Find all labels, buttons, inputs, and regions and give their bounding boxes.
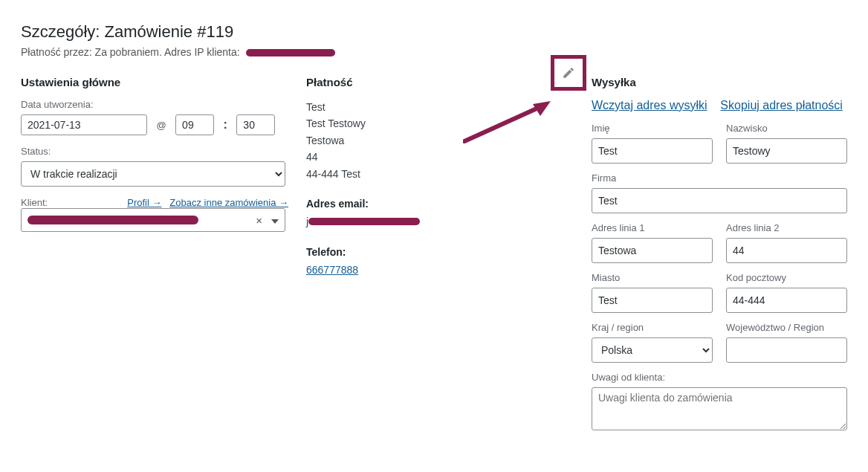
billing-line3: Testowa (306, 132, 574, 149)
postcode-input[interactable] (726, 288, 847, 313)
country-label: Kraj / region (592, 322, 713, 333)
at-symbol: @ (156, 120, 166, 131)
date-input[interactable] (21, 114, 147, 135)
redacted-email (308, 218, 420, 225)
redacted-ip (246, 49, 335, 56)
client-label: Klient: (21, 197, 48, 208)
billing-line4: 44 (306, 149, 574, 165)
payment-heading: Płatność (306, 76, 574, 88)
profile-link[interactable]: Profil → (127, 197, 161, 208)
addr2-label: Adres linia 2 (726, 222, 847, 233)
phone-label: Telefon: (306, 244, 574, 260)
notes-textarea[interactable] (592, 387, 847, 430)
minute-input[interactable] (236, 114, 275, 135)
billing-email: j (306, 213, 574, 230)
billing-line1: Test (306, 99, 574, 115)
shipping-heading: Wysyłka (592, 76, 847, 88)
city-input[interactable] (592, 288, 713, 313)
last-name-label: Nazwisko (726, 123, 847, 134)
redacted-client (27, 216, 198, 224)
copy-billing-link[interactable]: Skopiuj adres płatności (720, 99, 843, 111)
phone-link[interactable]: 666777888 (306, 264, 358, 276)
last-name-input[interactable] (726, 138, 847, 164)
state-input[interactable] (726, 337, 847, 363)
first-name-label: Imię (592, 123, 713, 134)
client-select[interactable]: × (21, 208, 285, 232)
date-created-label: Data utworzenia: (21, 99, 288, 110)
other-orders-link[interactable]: Zobacz inne zamówienia → (169, 197, 288, 208)
time-colon: : (224, 118, 227, 132)
company-input[interactable] (592, 188, 847, 213)
company-label: Firma (592, 172, 847, 184)
subtitle-text: Płatność przez: Za pobraniem. Adres IP k… (21, 46, 240, 58)
load-shipping-link[interactable]: Wczytaj adres wysyłki (592, 99, 707, 111)
first-name-input[interactable] (592, 138, 713, 164)
pencil-icon (562, 66, 575, 80)
notes-label: Uwagi od klienta: (592, 372, 847, 383)
addr2-input[interactable] (726, 238, 847, 263)
addr1-input[interactable] (592, 238, 713, 263)
email-label: Adres email: (306, 195, 574, 212)
page-title: Szczegóły: Zamówienie #119 (21, 22, 847, 42)
city-label: Miasto (592, 272, 713, 283)
edit-shipping-button[interactable] (551, 55, 586, 91)
state-label: Województwo / Region (726, 322, 847, 333)
status-label: Status: (21, 146, 288, 157)
billing-line2: Test Testowy (306, 115, 574, 132)
billing-line5: 44-444 Test (306, 166, 574, 182)
postcode-label: Kod pocztowy (726, 272, 847, 283)
country-select[interactable]: Polska (592, 337, 713, 363)
chevron-down-icon (271, 213, 279, 227)
addr1-label: Adres linia 1 (592, 222, 713, 233)
status-select[interactable]: W trakcie realizacji (21, 161, 285, 187)
payment-subtitle: Płatność przez: Za pobraniem. Adres IP k… (21, 46, 847, 58)
client-clear-icon[interactable]: × (256, 214, 262, 227)
settings-heading: Ustawienia główne (21, 76, 288, 88)
hour-input[interactable] (175, 114, 214, 135)
